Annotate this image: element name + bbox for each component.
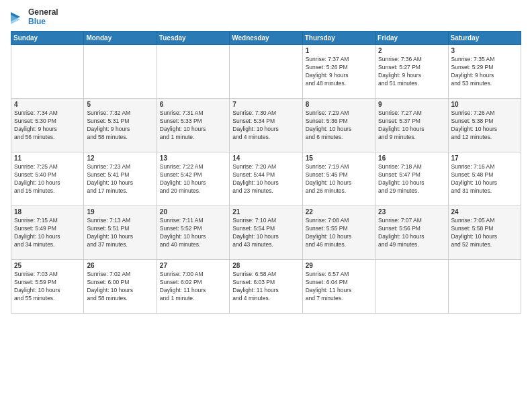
day-info: Sunrise: 7:03 AM Sunset: 5:59 PM Dayligh… xyxy=(14,271,81,303)
calendar: SundayMondayTuesdayWednesdayThursdayFrid… xyxy=(11,31,521,314)
calendar-cell: 1Sunrise: 7:37 AM Sunset: 5:26 PM Daylig… xyxy=(302,45,375,99)
calendar-cell xyxy=(157,45,229,99)
calendar-cell: 9Sunrise: 7:27 AM Sunset: 5:37 PM Daylig… xyxy=(375,99,448,152)
calendar-cell: 11Sunrise: 7:25 AM Sunset: 5:40 PM Dayli… xyxy=(11,152,84,206)
day-info: Sunrise: 7:34 AM Sunset: 5:30 PM Dayligh… xyxy=(14,109,81,142)
day-number: 17 xyxy=(451,154,518,162)
calendar-header-friday: Friday xyxy=(375,32,448,45)
day-info: Sunrise: 7:05 AM Sunset: 5:58 PM Dayligh… xyxy=(451,217,518,249)
day-number: 20 xyxy=(160,208,226,216)
calendar-cell xyxy=(375,260,448,314)
day-number: 19 xyxy=(87,208,153,216)
day-number: 26 xyxy=(87,262,153,269)
day-number: 13 xyxy=(160,154,226,162)
calendar-cell: 5Sunrise: 7:32 AM Sunset: 5:31 PM Daylig… xyxy=(84,99,157,152)
calendar-header-tuesday: Tuesday xyxy=(157,32,229,45)
day-number: 18 xyxy=(14,208,81,216)
day-number: 9 xyxy=(378,101,445,108)
logo-general: General xyxy=(28,8,58,17)
day-number: 15 xyxy=(306,154,372,162)
calendar-week-1: 1Sunrise: 7:37 AM Sunset: 5:26 PM Daylig… xyxy=(11,45,521,99)
day-number: 10 xyxy=(451,101,518,108)
day-number: 25 xyxy=(14,262,81,269)
calendar-cell: 21Sunrise: 7:10 AM Sunset: 5:54 PM Dayli… xyxy=(230,206,302,260)
day-number: 5 xyxy=(87,101,153,108)
day-info: Sunrise: 7:20 AM Sunset: 5:44 PM Dayligh… xyxy=(232,163,299,195)
calendar-week-3: 11Sunrise: 7:25 AM Sunset: 5:40 PM Dayli… xyxy=(11,152,521,206)
day-info: Sunrise: 7:30 AM Sunset: 5:34 PM Dayligh… xyxy=(232,109,299,142)
day-number: 23 xyxy=(378,208,445,216)
day-number: 3 xyxy=(451,47,518,54)
day-info: Sunrise: 6:58 AM Sunset: 6:03 PM Dayligh… xyxy=(232,271,299,303)
day-info: Sunrise: 7:37 AM Sunset: 5:26 PM Dayligh… xyxy=(306,56,372,88)
calendar-cell: 17Sunrise: 7:16 AM Sunset: 5:48 PM Dayli… xyxy=(448,152,521,206)
day-number: 24 xyxy=(451,208,518,216)
calendar-cell: 19Sunrise: 7:13 AM Sunset: 5:51 PM Dayli… xyxy=(84,206,157,260)
day-number: 1 xyxy=(306,47,372,54)
logo-blue: Blue xyxy=(28,17,58,27)
calendar-cell: 8Sunrise: 7:29 AM Sunset: 5:36 PM Daylig… xyxy=(302,99,375,152)
day-number: 21 xyxy=(232,208,299,216)
calendar-cell xyxy=(11,45,84,99)
calendar-header-saturday: Saturday xyxy=(448,32,521,45)
calendar-cell: 27Sunrise: 7:00 AM Sunset: 6:02 PM Dayli… xyxy=(157,260,229,314)
calendar-week-5: 25Sunrise: 7:03 AM Sunset: 5:59 PM Dayli… xyxy=(11,260,521,314)
day-info: Sunrise: 7:02 AM Sunset: 6:00 PM Dayligh… xyxy=(87,271,153,303)
day-number: 11 xyxy=(14,154,81,162)
day-info: Sunrise: 7:22 AM Sunset: 5:42 PM Dayligh… xyxy=(160,163,226,195)
calendar-cell: 18Sunrise: 7:15 AM Sunset: 5:49 PM Dayli… xyxy=(11,206,84,260)
calendar-cell: 20Sunrise: 7:11 AM Sunset: 5:52 PM Dayli… xyxy=(157,206,229,260)
page: General Blue SundayMondayTuesdayWednesda… xyxy=(0,0,532,411)
day-info: Sunrise: 7:11 AM Sunset: 5:52 PM Dayligh… xyxy=(160,217,226,249)
calendar-cell: 6Sunrise: 7:31 AM Sunset: 5:33 PM Daylig… xyxy=(157,99,229,152)
day-number: 8 xyxy=(306,101,372,108)
calendar-cell: 23Sunrise: 7:07 AM Sunset: 5:56 PM Dayli… xyxy=(375,206,448,260)
day-number: 27 xyxy=(160,262,226,269)
calendar-header-thursday: Thursday xyxy=(302,32,375,45)
day-info: Sunrise: 7:10 AM Sunset: 5:54 PM Dayligh… xyxy=(232,217,299,249)
day-number: 22 xyxy=(306,208,372,216)
day-number: 6 xyxy=(160,101,226,108)
day-info: Sunrise: 7:13 AM Sunset: 5:51 PM Dayligh… xyxy=(87,217,153,249)
calendar-header-wednesday: Wednesday xyxy=(230,32,302,45)
calendar-cell: 22Sunrise: 7:08 AM Sunset: 5:55 PM Dayli… xyxy=(302,206,375,260)
calendar-cell: 3Sunrise: 7:35 AM Sunset: 5:29 PM Daylig… xyxy=(448,45,521,99)
day-info: Sunrise: 7:18 AM Sunset: 5:47 PM Dayligh… xyxy=(378,163,445,195)
calendar-cell: 29Sunrise: 6:57 AM Sunset: 6:04 PM Dayli… xyxy=(302,260,375,314)
day-info: Sunrise: 7:16 AM Sunset: 5:48 PM Dayligh… xyxy=(451,163,518,195)
calendar-cell xyxy=(84,45,157,99)
day-number: 29 xyxy=(306,262,372,269)
day-number: 16 xyxy=(378,154,445,162)
day-number: 14 xyxy=(232,154,299,162)
day-info: Sunrise: 7:25 AM Sunset: 5:40 PM Dayligh… xyxy=(14,163,81,195)
calendar-cell: 24Sunrise: 7:05 AM Sunset: 5:58 PM Dayli… xyxy=(448,206,521,260)
day-info: Sunrise: 7:27 AM Sunset: 5:37 PM Dayligh… xyxy=(378,109,445,142)
day-info: Sunrise: 6:57 AM Sunset: 6:04 PM Dayligh… xyxy=(306,271,372,303)
logo-bird-icon xyxy=(11,8,26,27)
calendar-cell: 15Sunrise: 7:19 AM Sunset: 5:45 PM Dayli… xyxy=(302,152,375,206)
day-number: 12 xyxy=(87,154,153,162)
calendar-header-row: SundayMondayTuesdayWednesdayThursdayFrid… xyxy=(11,32,521,45)
calendar-week-4: 18Sunrise: 7:15 AM Sunset: 5:49 PM Dayli… xyxy=(11,206,521,260)
calendar-cell: 13Sunrise: 7:22 AM Sunset: 5:42 PM Dayli… xyxy=(157,152,229,206)
calendar-header-monday: Monday xyxy=(84,32,157,45)
day-number: 7 xyxy=(232,101,299,108)
day-info: Sunrise: 7:19 AM Sunset: 5:45 PM Dayligh… xyxy=(306,163,372,195)
calendar-cell: 26Sunrise: 7:02 AM Sunset: 6:00 PM Dayli… xyxy=(84,260,157,314)
calendar-cell: 25Sunrise: 7:03 AM Sunset: 5:59 PM Dayli… xyxy=(11,260,84,314)
calendar-cell: 14Sunrise: 7:20 AM Sunset: 5:44 PM Dayli… xyxy=(230,152,302,206)
day-info: Sunrise: 7:29 AM Sunset: 5:36 PM Dayligh… xyxy=(306,109,372,142)
calendar-cell: 4Sunrise: 7:34 AM Sunset: 5:30 PM Daylig… xyxy=(11,99,84,152)
calendar-week-2: 4Sunrise: 7:34 AM Sunset: 5:30 PM Daylig… xyxy=(11,99,521,152)
day-info: Sunrise: 7:00 AM Sunset: 6:02 PM Dayligh… xyxy=(160,271,226,303)
day-number: 28 xyxy=(232,262,299,269)
calendar-cell: 10Sunrise: 7:26 AM Sunset: 5:38 PM Dayli… xyxy=(448,99,521,152)
logo-container: General Blue xyxy=(11,8,58,27)
day-info: Sunrise: 7:08 AM Sunset: 5:55 PM Dayligh… xyxy=(306,217,372,249)
day-info: Sunrise: 7:36 AM Sunset: 5:27 PM Dayligh… xyxy=(378,56,445,88)
calendar-cell: 2Sunrise: 7:36 AM Sunset: 5:27 PM Daylig… xyxy=(375,45,448,99)
day-info: Sunrise: 7:26 AM Sunset: 5:38 PM Dayligh… xyxy=(451,109,518,142)
logo: General Blue xyxy=(11,8,58,27)
day-info: Sunrise: 7:32 AM Sunset: 5:31 PM Dayligh… xyxy=(87,109,153,142)
header: General Blue xyxy=(11,8,521,27)
